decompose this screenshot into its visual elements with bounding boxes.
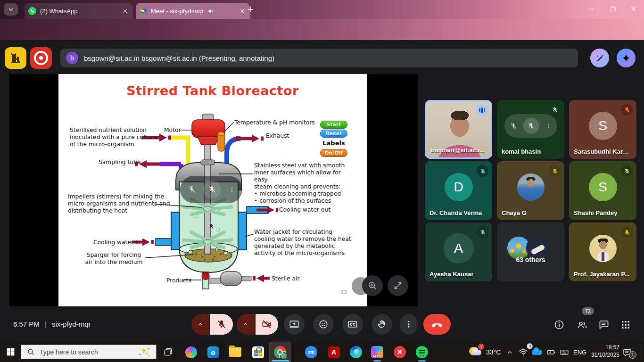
taskbar-m365-icon[interactable]: M365 bbox=[371, 346, 384, 359]
more-options-button[interactable] bbox=[400, 314, 418, 335]
label-impellers: Impellers (stirrers) for mixing the micr… bbox=[68, 193, 170, 214]
weather-temp[interactable]: 33°C bbox=[486, 348, 501, 356]
taskbar-copilot-icon[interactable] bbox=[184, 346, 198, 359]
weather-widget[interactable]: 1 bbox=[468, 345, 482, 358]
tray-clock[interactable]: 18:57 31/10/2025 bbox=[584, 344, 619, 360]
taskbar-outlook-icon[interactable]: o bbox=[206, 346, 220, 359]
participant-name: bsgowri@sit.ac.i... bbox=[431, 147, 485, 154]
meeting-info-button[interactable] bbox=[553, 319, 565, 330]
tab-close-button[interactable] bbox=[238, 7, 246, 15]
start-button[interactable] bbox=[6, 347, 16, 357]
tab-close-button[interactable] bbox=[121, 7, 129, 15]
slide-start-button[interactable]: Start bbox=[320, 121, 347, 129]
task-view-button[interactable] bbox=[163, 347, 173, 357]
google-meet-icon bbox=[140, 7, 147, 15]
tile-others-group[interactable]: 63 others bbox=[497, 222, 564, 281]
participant-tile-chaya[interactable]: Chaya G bbox=[497, 161, 564, 220]
annotate-pen-button[interactable] bbox=[590, 49, 609, 67]
taskbar-store-icon[interactable] bbox=[251, 346, 264, 359]
search-placeholder: Type here to search bbox=[40, 348, 98, 356]
slide-reset-button[interactable]: Reset bbox=[320, 130, 347, 138]
activities-button[interactable] bbox=[620, 319, 631, 330]
taskbar-explorer-icon[interactable] bbox=[229, 346, 242, 359]
taskbar-zoom-icon[interactable]: zm bbox=[305, 346, 318, 359]
pin-off-icon[interactable] bbox=[187, 185, 197, 194]
participant-tile-bsgowri[interactable]: bsgowri@sit.ac.i... bbox=[425, 100, 492, 159]
mute-control[interactable] bbox=[203, 181, 221, 198]
weather-badge: 1 bbox=[478, 344, 484, 350]
participant-tile-jayakaran[interactable]: Prof. Jayakaran P... bbox=[569, 222, 636, 281]
tab-meet-active[interactable]: Meet - six-pfyd-mqr bbox=[136, 3, 250, 19]
end-call-button[interactable] bbox=[423, 314, 451, 335]
presenter-avatar: b bbox=[66, 52, 78, 64]
acrobat-glyph: A bbox=[328, 346, 340, 358]
captions-button[interactable] bbox=[342, 314, 363, 335]
wifi-icon[interactable] bbox=[519, 347, 528, 357]
zoom-in-button[interactable] bbox=[362, 275, 383, 296]
label-cooling-water-out: Cooling water out bbox=[279, 206, 330, 214]
tile-hover-controls[interactable] bbox=[504, 114, 557, 138]
mic-off-badge bbox=[621, 165, 633, 177]
expand-button[interactable] bbox=[388, 275, 408, 296]
participant-tile-komal[interactable]: komal bhasin bbox=[497, 100, 564, 159]
taskbar-spotify-icon[interactable] bbox=[415, 346, 429, 359]
reactions-button[interactable] bbox=[313, 314, 334, 335]
chat-button[interactable] bbox=[598, 319, 610, 330]
tab-search-button[interactable] bbox=[4, 3, 18, 16]
audio-indicator bbox=[476, 104, 488, 116]
gemini-button[interactable] bbox=[617, 49, 636, 67]
new-tab-button[interactable] bbox=[246, 5, 255, 14]
battery-icon[interactable] bbox=[546, 347, 556, 357]
participant-tile-chanda[interactable]: D Dr. Chanda Verma bbox=[425, 161, 492, 220]
screen: (2) WhatsApp Meet - six-pfyd-mqr bbox=[0, 0, 644, 362]
participants-button[interactable] bbox=[577, 319, 588, 330]
label-cooling-water-in: Cooling water in bbox=[93, 239, 140, 246]
mute-control[interactable] bbox=[523, 118, 539, 134]
tab-label: Meet - six-pfyd-mqr bbox=[151, 8, 204, 15]
label-products: Products bbox=[166, 277, 191, 284]
label-motor: Motor bbox=[164, 127, 181, 134]
label-sterile-air: Sterile air bbox=[272, 275, 300, 282]
window-close-button[interactable] bbox=[623, 0, 644, 18]
label-temp-monitors: Temperature & pH monitors bbox=[234, 119, 315, 126]
camera-options-chevron[interactable] bbox=[237, 314, 255, 335]
spotify-running-indicator bbox=[418, 360, 426, 362]
tray-chevron-icon[interactable] bbox=[506, 349, 513, 356]
participant-tile-shashi[interactable]: S Shashi Pandey bbox=[569, 161, 636, 220]
camera-toggle-button[interactable] bbox=[256, 314, 278, 335]
tab-audio-icon[interactable] bbox=[207, 8, 215, 15]
show-desktop-strip[interactable] bbox=[642, 344, 642, 360]
recording-indicator-icon[interactable] bbox=[30, 47, 52, 69]
participant-tile-ayesha[interactable]: A Ayesha Kausar bbox=[425, 222, 492, 281]
taskbar-redx-app-icon[interactable]: ✕ bbox=[393, 346, 406, 359]
redx-glyph: ✕ bbox=[394, 346, 406, 358]
more-options-icon[interactable] bbox=[545, 123, 552, 129]
present-screen-button[interactable] bbox=[284, 314, 305, 335]
window-minimize-button[interactable] bbox=[581, 0, 602, 18]
slide-onoff-button[interactable]: On/Off bbox=[320, 149, 347, 157]
pin-icon[interactable] bbox=[510, 122, 518, 130]
raise-hand-button[interactable] bbox=[372, 314, 392, 335]
taskbar-search-box[interactable]: Type here to search bbox=[21, 345, 157, 359]
mic-toggle-button[interactable] bbox=[210, 314, 233, 335]
window-restore-button[interactable] bbox=[603, 0, 623, 18]
label-sampling-tube: Sampling tube bbox=[99, 159, 140, 166]
taskbar-chrome-icon[interactable] bbox=[273, 346, 287, 359]
mic-off-badge bbox=[621, 226, 633, 238]
mic-off-badge bbox=[621, 104, 633, 115]
tab-whatsapp[interactable]: (2) WhatsApp bbox=[25, 3, 133, 19]
presentation-hover-controls[interactable] bbox=[180, 176, 242, 203]
taskbar-edge-icon[interactable] bbox=[349, 346, 363, 359]
m365-running-indicator bbox=[373, 360, 381, 362]
others-count-label: 63 others bbox=[497, 256, 564, 263]
taskbar-acrobat-icon[interactable]: A bbox=[327, 346, 340, 359]
camera-off-icon bbox=[262, 319, 272, 329]
annotation-tool-icon[interactable] bbox=[5, 47, 26, 69]
participant-tile-sarasubudhi[interactable]: S Sarasubudhi Karp... bbox=[569, 100, 636, 159]
dots-icon bbox=[404, 320, 413, 329]
touch-keyboard-icon[interactable] bbox=[559, 347, 570, 357]
more-options-icon[interactable] bbox=[228, 186, 236, 193]
mic-options-chevron[interactable] bbox=[191, 314, 209, 335]
participant-name: komal bhasin bbox=[502, 148, 541, 155]
presenting-banner[interactable]: b bsgowri@sit.ac.in bsgowri@sit.ac.in (P… bbox=[60, 49, 578, 67]
